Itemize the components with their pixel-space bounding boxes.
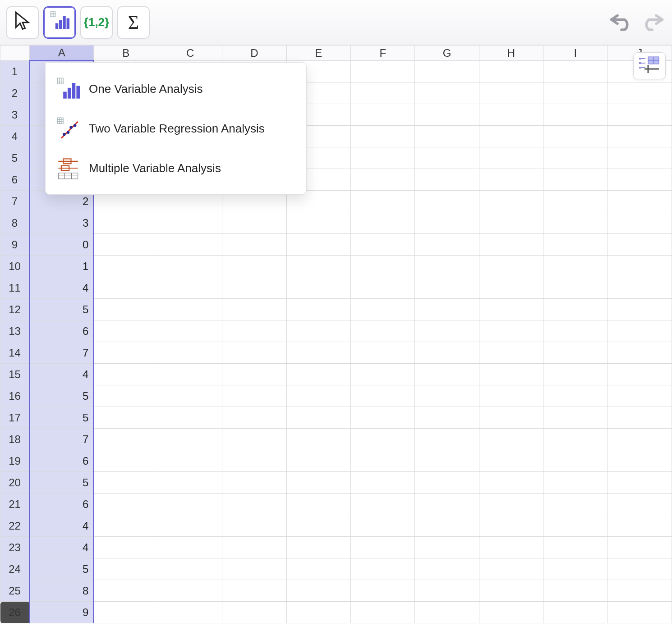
cell-D25[interactable] xyxy=(222,580,286,602)
view-options-button[interactable] xyxy=(633,52,666,79)
cell-D21[interactable] xyxy=(222,494,286,515)
menu-item-two-variable[interactable]: Two Variable Regression Analysis xyxy=(46,109,306,148)
cell-J5[interactable] xyxy=(608,147,672,169)
cell-D18[interactable] xyxy=(222,429,286,450)
cell-J26[interactable] xyxy=(608,602,672,623)
cell-A14[interactable]: 7 xyxy=(30,342,94,364)
cell-A10[interactable]: 1 xyxy=(30,256,94,277)
cell-I4[interactable] xyxy=(543,126,608,147)
cell-I23[interactable] xyxy=(543,537,608,558)
cell-E24[interactable] xyxy=(286,558,350,580)
cell-C22[interactable] xyxy=(158,515,222,537)
cell-C13[interactable] xyxy=(158,320,222,342)
cell-G3[interactable] xyxy=(415,104,479,126)
cell-F24[interactable] xyxy=(351,558,415,580)
cell-A16[interactable]: 5 xyxy=(30,385,94,407)
sum-tool-button[interactable]: Σ xyxy=(117,6,150,39)
cell-D26[interactable] xyxy=(222,602,286,623)
cell-G25[interactable] xyxy=(415,580,479,602)
cell-A19[interactable]: 6 xyxy=(30,450,94,472)
cell-H10[interactable] xyxy=(479,256,543,277)
cell-C20[interactable] xyxy=(158,472,222,494)
row-header[interactable]: 13 xyxy=(0,320,30,342)
cell-J20[interactable] xyxy=(608,472,672,494)
cell-G23[interactable] xyxy=(415,537,479,558)
cell-D17[interactable] xyxy=(222,407,286,429)
corner-cell[interactable] xyxy=(0,46,30,61)
cell-G6[interactable] xyxy=(415,169,479,191)
row-header[interactable]: 2 xyxy=(0,82,30,104)
cell-I12[interactable] xyxy=(543,299,608,320)
cell-I21[interactable] xyxy=(543,494,608,515)
list-tool-button[interactable]: {1,2} xyxy=(80,6,113,39)
cell-D23[interactable] xyxy=(222,537,286,558)
cell-J17[interactable] xyxy=(608,407,672,429)
row-header[interactable]: 5 xyxy=(0,147,30,169)
column-header-G[interactable]: G xyxy=(415,46,479,61)
cell-J10[interactable] xyxy=(608,256,672,277)
cell-A22[interactable]: 4 xyxy=(30,515,94,537)
row-header[interactable]: 4 xyxy=(0,126,30,147)
cell-D15[interactable] xyxy=(222,364,286,385)
cell-J21[interactable] xyxy=(608,494,672,515)
cell-G21[interactable] xyxy=(415,494,479,515)
cell-G20[interactable] xyxy=(415,472,479,494)
cell-A26[interactable]: 9 xyxy=(30,602,94,623)
cell-I13[interactable] xyxy=(543,320,608,342)
row-header[interactable]: 12 xyxy=(0,299,30,320)
cell-C21[interactable] xyxy=(158,494,222,515)
cell-F10[interactable] xyxy=(351,256,415,277)
cell-I9[interactable] xyxy=(543,234,608,256)
cell-E16[interactable] xyxy=(286,385,350,407)
cell-F12[interactable] xyxy=(351,299,415,320)
cell-C25[interactable] xyxy=(158,580,222,602)
cell-J24[interactable] xyxy=(608,558,672,580)
cell-E15[interactable] xyxy=(286,364,350,385)
row-header[interactable]: 24 xyxy=(0,558,30,580)
cell-A24[interactable]: 5 xyxy=(30,558,94,580)
cell-I7[interactable] xyxy=(543,191,608,212)
cell-G16[interactable] xyxy=(415,385,479,407)
cell-A8[interactable]: 3 xyxy=(30,212,94,234)
row-header[interactable]: 19 xyxy=(0,450,30,472)
cell-D11[interactable] xyxy=(222,277,286,299)
cell-A18[interactable]: 7 xyxy=(30,429,94,450)
cell-C24[interactable] xyxy=(158,558,222,580)
cell-F9[interactable] xyxy=(351,234,415,256)
cell-G19[interactable] xyxy=(415,450,479,472)
cell-J25[interactable] xyxy=(608,580,672,602)
row-header[interactable]: 22 xyxy=(0,515,30,537)
cell-G15[interactable] xyxy=(415,364,479,385)
cell-F7[interactable] xyxy=(351,191,415,212)
cell-H17[interactable] xyxy=(479,407,543,429)
cell-B20[interactable] xyxy=(94,472,158,494)
cell-H26[interactable] xyxy=(479,602,543,623)
cell-G14[interactable] xyxy=(415,342,479,364)
cell-C17[interactable] xyxy=(158,407,222,429)
cell-F14[interactable] xyxy=(351,342,415,364)
cell-C9[interactable] xyxy=(158,234,222,256)
cell-B15[interactable] xyxy=(94,364,158,385)
row-header[interactable]: 16 xyxy=(0,385,30,407)
cell-G12[interactable] xyxy=(415,299,479,320)
cell-B19[interactable] xyxy=(94,450,158,472)
cell-A11[interactable]: 4 xyxy=(30,277,94,299)
row-header[interactable]: 25 xyxy=(0,580,30,602)
row-header[interactable]: 3 xyxy=(0,104,30,126)
cell-F18[interactable] xyxy=(351,429,415,450)
row-header[interactable]: 11 xyxy=(0,277,30,299)
cell-H3[interactable] xyxy=(479,104,543,126)
cell-J3[interactable] xyxy=(608,104,672,126)
cell-F5[interactable] xyxy=(351,147,415,169)
cell-G10[interactable] xyxy=(415,256,479,277)
cell-H18[interactable] xyxy=(479,429,543,450)
cell-G24[interactable] xyxy=(415,558,479,580)
cell-H11[interactable] xyxy=(479,277,543,299)
cell-F26[interactable] xyxy=(351,602,415,623)
row-header[interactable]: 6 xyxy=(0,169,30,191)
column-header-A[interactable]: A xyxy=(30,46,94,61)
cell-F21[interactable] xyxy=(351,494,415,515)
cell-I14[interactable] xyxy=(543,342,608,364)
cell-G18[interactable] xyxy=(415,429,479,450)
cell-E23[interactable] xyxy=(286,537,350,558)
